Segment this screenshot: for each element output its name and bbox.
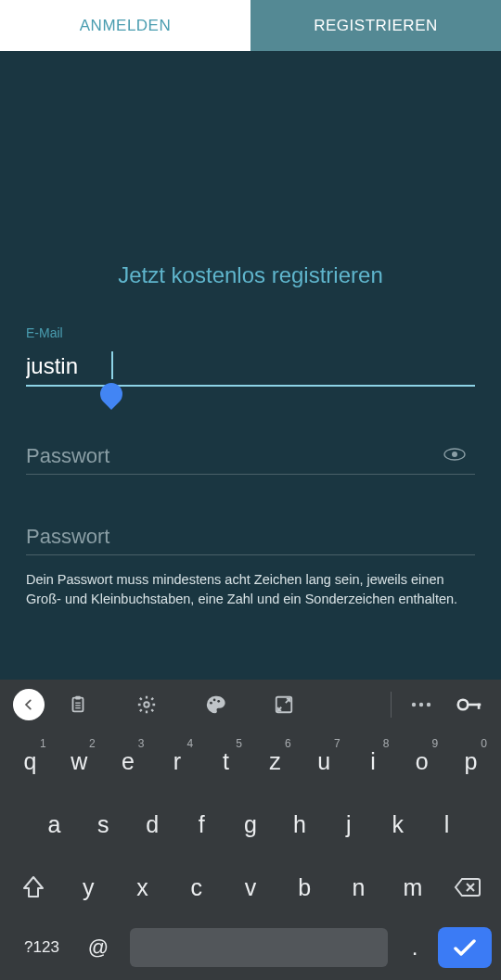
- key-k[interactable]: k: [374, 798, 421, 850]
- clipboard-icon[interactable]: [59, 686, 96, 723]
- svg-point-9: [213, 699, 216, 702]
- key-b[interactable]: b: [278, 861, 330, 913]
- key-h[interactable]: h: [276, 798, 323, 850]
- key-r[interactable]: r4: [153, 735, 200, 787]
- key-d[interactable]: d: [129, 798, 176, 850]
- auth-tabs: ANMELDEN REGISTRIEREN: [0, 0, 501, 51]
- svg-point-1: [452, 452, 457, 457]
- key-s[interactable]: s: [80, 798, 127, 850]
- backspace-key[interactable]: [441, 861, 495, 913]
- password-confirm-wrap: [26, 521, 475, 555]
- page-heading: Jetzt kostenlos registrieren: [26, 262, 475, 288]
- shift-key[interactable]: [6, 861, 60, 913]
- password-field-wrap: [26, 440, 475, 475]
- key-f[interactable]: f: [178, 798, 225, 850]
- key-q[interactable]: q1: [6, 735, 54, 787]
- key-z[interactable]: z6: [251, 735, 299, 787]
- dot-key[interactable]: .: [395, 924, 434, 971]
- password-input[interactable]: [26, 440, 475, 475]
- gear-icon[interactable]: [128, 686, 165, 723]
- key-j[interactable]: j: [325, 798, 372, 850]
- keyboard-keys: q1w2e3r4t5z6u7i8o9p0 asdfghjkl yxcvbnm ?…: [0, 730, 501, 980]
- key-o[interactable]: o9: [398, 735, 445, 787]
- enter-key[interactable]: [438, 927, 492, 968]
- toolbar-divider: [391, 692, 392, 718]
- resize-icon[interactable]: [265, 686, 302, 723]
- chevron-left-icon[interactable]: [13, 689, 45, 720]
- password-confirm-input[interactable]: [26, 521, 475, 555]
- space-key[interactable]: [130, 928, 388, 967]
- eye-icon[interactable]: [443, 448, 466, 461]
- palette-icon[interactable]: [197, 686, 234, 723]
- svg-point-14: [427, 703, 430, 706]
- svg-point-10: [217, 700, 220, 703]
- email-label: E-Mail: [26, 325, 475, 340]
- key-g[interactable]: g: [227, 798, 275, 850]
- text-cursor: [111, 351, 113, 379]
- more-icon[interactable]: [403, 686, 440, 723]
- key-y[interactable]: y: [62, 861, 114, 913]
- svg-rect-3: [75, 696, 81, 700]
- svg-point-13: [419, 703, 423, 706]
- key-w[interactable]: w2: [56, 735, 103, 787]
- key-i[interactable]: i8: [350, 735, 397, 787]
- svg-rect-17: [478, 704, 481, 709]
- key-p[interactable]: p0: [447, 735, 495, 787]
- svg-rect-2: [73, 698, 84, 712]
- key-n[interactable]: n: [332, 861, 384, 913]
- svg-point-15: [458, 700, 469, 710]
- key-e[interactable]: e3: [105, 735, 152, 787]
- keyboard-toolbar: [0, 680, 501, 730]
- svg-point-12: [412, 703, 416, 706]
- key-a[interactable]: a: [31, 798, 78, 850]
- key-m[interactable]: m: [387, 861, 439, 913]
- svg-point-8: [210, 702, 212, 705]
- tab-login[interactable]: ANMELDEN: [0, 0, 250, 51]
- svg-point-7: [144, 702, 149, 707]
- email-field-wrap: E-Mail: [26, 325, 475, 387]
- at-key[interactable]: @: [74, 924, 122, 971]
- register-form: Jetzt kostenlos registrieren E-Mail Dein…: [0, 262, 501, 609]
- key-x[interactable]: x: [116, 861, 168, 913]
- key-v[interactable]: v: [225, 861, 276, 913]
- key-c[interactable]: c: [171, 861, 223, 913]
- soft-keyboard: q1w2e3r4t5z6u7i8o9p0 asdfghjkl yxcvbnm ?…: [0, 680, 501, 980]
- password-hint: Dein Passwort muss mindestens acht Zeich…: [26, 570, 475, 609]
- tab-register[interactable]: REGISTRIEREN: [250, 0, 501, 51]
- key-t[interactable]: t5: [202, 735, 250, 787]
- key-icon[interactable]: [451, 686, 488, 723]
- key-u[interactable]: u7: [301, 735, 348, 787]
- email-input[interactable]: [26, 350, 475, 387]
- key-l[interactable]: l: [423, 798, 470, 850]
- symbols-key[interactable]: ?123: [9, 924, 74, 971]
